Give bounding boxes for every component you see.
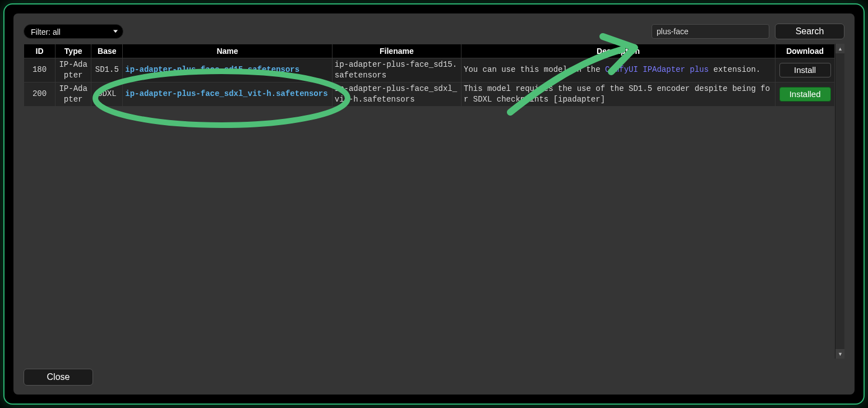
cell-description: This model requires the use of the SD1.5… <box>461 82 775 106</box>
model-name-link[interactable]: ip-adapter-plus-face_sd15.safetensors <box>125 65 299 74</box>
col-header-name: Name <box>123 44 332 58</box>
desc-extension-link[interactable]: ComfyUI IPAdapter plus <box>605 65 709 74</box>
col-header-download: Download <box>775 44 835 58</box>
cell-download: Installed <box>775 82 835 106</box>
vertical-scrollbar[interactable]: ▲ ▼ <box>835 44 844 359</box>
desc-post: extension. <box>709 65 760 74</box>
col-header-id: ID <box>24 44 56 58</box>
cell-name: ip-adapter-plus-face_sdxl_vit-h.safetens… <box>123 82 332 106</box>
cell-filename: ip-adapter-plus-face_sdxl_vit-h.safetens… <box>332 82 461 106</box>
col-header-type: Type <box>56 44 91 58</box>
cell-type: IP-Adapter <box>56 58 91 82</box>
models-table: ID Type Base Name Filename Description D… <box>24 44 835 107</box>
model-browser-panel: Filter: all Search ID Type Base Name Fil… <box>13 13 855 395</box>
scroll-up-icon[interactable]: ▲ <box>835 44 844 53</box>
toolbar: Filter: all Search <box>24 24 844 39</box>
install-button[interactable]: Install <box>779 63 831 77</box>
model-name-link[interactable]: ip-adapter-plus-face_sdxl_vit-h.safetens… <box>125 89 327 98</box>
footer: Close <box>24 359 844 387</box>
cell-filename: ip-adapter-plus-face_sd15.safetensors <box>332 58 461 82</box>
close-button[interactable]: Close <box>24 369 93 386</box>
table-row: 180 IP-Adapter SD1.5 ip-adapter-plus-fac… <box>24 58 835 82</box>
desc-pre: You can use this model in the <box>464 65 605 74</box>
table-container: ID Type Base Name Filename Description D… <box>24 44 844 359</box>
col-header-filename: Filename <box>332 44 461 58</box>
cell-base: SDXL <box>91 82 123 106</box>
table-row: 200 IP-Adapter SDXL ip-adapter-plus-face… <box>24 82 835 106</box>
search-button[interactable]: Search <box>775 24 844 39</box>
col-header-base: Base <box>91 44 123 58</box>
cell-base: SD1.5 <box>91 58 123 82</box>
cell-id: 200 <box>24 82 56 106</box>
cell-description: You can use this model in the ComfyUI IP… <box>461 58 775 82</box>
cell-name: ip-adapter-plus-face_sd15.safetensors <box>123 58 332 82</box>
table-header-row: ID Type Base Name Filename Description D… <box>24 44 835 58</box>
col-header-description: Description <box>461 44 775 58</box>
installed-button[interactable]: Installed <box>779 87 831 102</box>
cell-type: IP-Adapter <box>56 82 91 106</box>
desc-pre: This model requires the use of the SD1.5… <box>464 84 770 104</box>
cell-id: 180 <box>24 58 56 82</box>
search-input[interactable] <box>652 24 769 39</box>
filter-wrap: Filter: all <box>24 24 123 39</box>
filter-select[interactable]: Filter: all <box>24 24 123 39</box>
cell-download: Install <box>775 58 835 82</box>
scroll-down-icon[interactable]: ▼ <box>835 349 844 359</box>
